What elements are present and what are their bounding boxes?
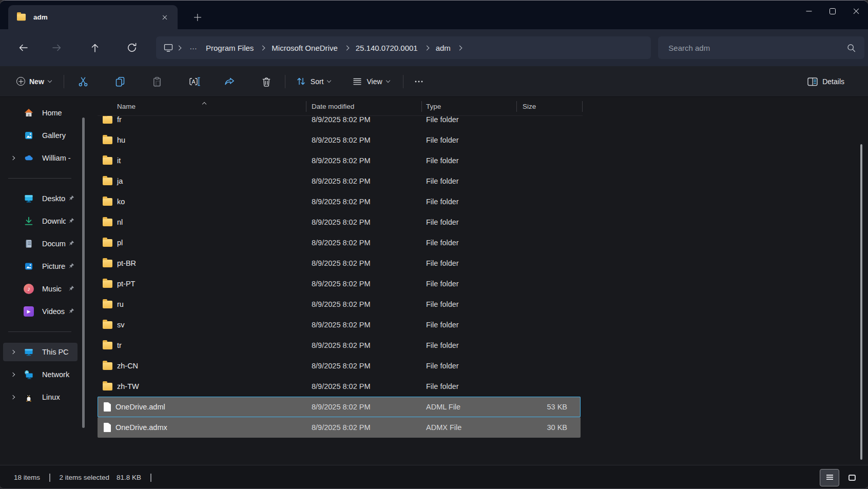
search-input[interactable] [668,44,846,52]
breadcrumb-version[interactable]: 25.140.0720.0001 [352,44,421,52]
folder-row[interactable]: tr 8/9/2025 8:02 PM File folder [98,335,581,356]
sidebar-item-linux[interactable]: Linux [0,388,78,406]
folder-row[interactable]: ko 8/9/2025 8:02 PM File folder [98,191,581,212]
column-header-size[interactable]: Size [517,97,583,115]
paste-icon [151,76,163,87]
maximize-button[interactable] [821,1,844,22]
selection-count: 2 items selected [60,474,110,481]
search-box[interactable] [658,36,864,59]
folder-icon [103,321,112,329]
rename-button[interactable]: A [184,71,204,92]
sidebar-item-network[interactable]: Network [0,365,78,384]
chevron-right-icon [457,45,462,50]
file-icon [104,402,111,412]
share-button[interactable] [219,71,240,92]
view-lines-icon [352,76,362,87]
folder-icon [103,157,112,165]
trash-icon [261,76,272,87]
sidebar-item-documents[interactable]: Documents [0,234,78,253]
close-button[interactable] [844,1,868,22]
breadcrumb-overflow[interactable]: … [189,42,198,51]
list-scrollbar[interactable] [860,144,862,460]
view-button[interactable]: View [348,71,393,92]
folder-row[interactable]: pt-PT 8/9/2025 8:02 PM File folder [98,273,581,294]
window-controls [797,1,868,22]
see-more-button[interactable] [409,71,429,92]
sidebar-item-desktop[interactable]: Desktop [0,189,78,208]
address-bar[interactable]: … Program Files Microsoft OneDrive 25.14… [156,36,651,59]
folder-row[interactable]: nl 8/9/2025 8:02 PM File folder [98,212,581,232]
pin-icon [67,217,75,225]
folder-row[interactable]: pl 8/9/2025 8:02 PM File folder [98,232,581,253]
sidebar-item-onedrive[interactable]: William - [0,149,78,167]
breadcrumb-adm[interactable]: adm [432,44,454,52]
column-header-date-modified[interactable]: Date modified [306,97,422,115]
svg-text:A: A [191,78,195,84]
up-icon[interactable] [86,38,104,57]
tab-close-icon[interactable] [158,11,171,24]
sidebar-item-this-pc[interactable]: This PC [3,343,78,361]
pin-icon [67,307,75,316]
folder-icon [103,239,112,247]
sidebar-item-videos[interactable]: ▶ Videos [0,302,78,321]
pin-icon [67,194,75,203]
file-row[interactable]: OneDrive.admx 8/9/2025 8:02 PM ADMX File… [98,417,581,438]
folder-icon [103,301,112,308]
gallery-icon [24,130,34,141]
folder-icon [103,280,112,288]
navigation-pane: Home Gallery William - [0,97,81,465]
sidebar-item-home[interactable]: Home [0,104,78,122]
videos-icon: ▶ [24,306,34,317]
sidebar-divider [8,331,71,332]
copy-button[interactable] [110,71,130,92]
folder-icon [103,219,112,226]
file-row[interactable]: OneDrive.adml 8/9/2025 8:02 PM ADML File… [98,397,581,417]
new-button[interactable]: New [12,71,55,92]
column-header-name[interactable]: Name [98,97,306,115]
folder-row[interactable]: hu 8/9/2025 8:02 PM File folder [98,130,581,150]
new-tab-button[interactable] [189,9,206,26]
navigation-bar: … Program Files Microsoft OneDrive 25.14… [0,29,868,66]
sidebar-item-pictures[interactable]: Pictures [0,257,78,276]
folder-row[interactable]: zh-TW 8/9/2025 8:02 PM File folder [98,376,581,397]
chevron-right-icon[interactable] [9,396,16,399]
breadcrumb-microsoft-onedrive[interactable]: Microsoft OneDrive [268,44,341,52]
delete-button[interactable] [256,71,277,92]
paste-button[interactable] [147,71,167,92]
linux-penguin-icon [24,392,34,402]
folder-row[interactable]: it 8/9/2025 8:02 PM File folder [98,150,581,171]
details-button[interactable]: Details [803,71,853,92]
folder-row[interactable]: zh-CN 8/9/2025 8:02 PM File folder [98,356,581,376]
forward-icon[interactable] [48,38,66,57]
column-header-type[interactable]: Type [422,97,517,115]
folder-row[interactable]: sv 8/9/2025 8:02 PM File folder [98,315,581,335]
onedrive-cloud-icon [24,153,34,163]
folder-icon [103,342,112,349]
details-view-icon [826,475,833,481]
search-icon[interactable] [846,43,856,53]
refresh-icon[interactable] [123,38,141,57]
music-icon: ♪ [24,284,34,294]
this-pc-monitor-icon[interactable] [163,43,173,53]
folder-row[interactable]: ja 8/9/2025 8:02 PM File folder [98,171,581,191]
chevron-right-icon[interactable] [9,350,16,354]
sort-button[interactable]: Sort [292,71,335,92]
sidebar-item-music[interactable]: ♪ Music [0,280,78,298]
sidebar-item-gallery[interactable]: Gallery [0,126,78,145]
chevron-right-icon[interactable] [9,157,16,160]
sidebar-item-downloads[interactable]: Downloads [0,212,78,230]
back-icon[interactable] [14,38,32,57]
details-view-button[interactable] [820,469,839,486]
large-icons-view-button[interactable] [842,469,862,486]
folder-row[interactable]: fr 8/9/2025 8:02 PM File folder [98,116,581,130]
minimize-button[interactable] [797,1,821,22]
cut-button[interactable] [73,71,93,92]
tab-adm[interactable]: adm [8,5,178,29]
title-bar: adm [0,1,868,29]
folder-row[interactable]: ru 8/9/2025 8:02 PM File folder [98,294,581,315]
breadcrumb-program-files[interactable]: Program Files [202,44,257,52]
folder-icon [103,178,112,185]
chevron-right-icon[interactable] [9,373,16,376]
folder-row[interactable]: pt-BR 8/9/2025 8:02 PM File folder [98,253,581,273]
item-count: 18 items [14,474,40,481]
